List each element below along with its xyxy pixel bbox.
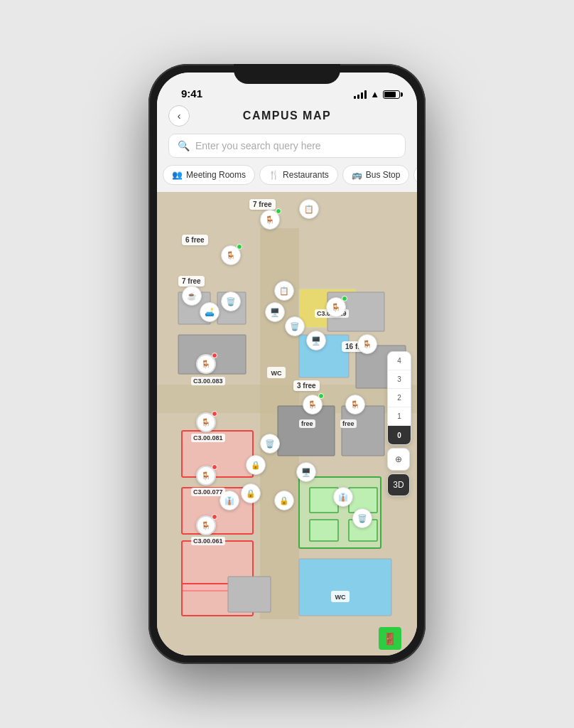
room-label-081: C3.00.081 [191,434,225,442]
page-title: CAMPUS MAP [243,109,331,122]
room-icon-r1[interactable]: 🪑 [357,334,377,354]
room-icon-center4[interactable]: 🖥️ [306,331,326,350]
free-label-area1: free [299,419,315,428]
room-icon-hanger3[interactable]: 👔 [333,487,353,507]
svg-rect-22 [228,577,271,612]
bus-stop-icon: 🚌 [352,170,362,180]
phone-frame: 9:41 ▲ ‹ CAMPUS MAP 🔍 [148,64,426,664]
free-label-area2: free [340,419,357,428]
room-icon-4[interactable]: ☕ [182,286,202,306]
status-icons: ▲ [354,89,400,100]
room-label-061: C3.00.061 [191,537,225,545]
phone-screen: 9:41 ▲ ‹ CAMPUS MAP 🔍 [157,73,417,655]
svg-rect-21 [299,559,391,616]
svg-rect-12 [278,406,335,456]
floor-0-btn[interactable]: 0 [388,426,411,444]
meeting-rooms-label: Meeting Rooms [186,170,246,180]
room-icon-5[interactable]: 🛋️ [200,302,220,322]
dot-green-2 [276,208,281,214]
svg-rect-13 [342,406,384,456]
room-icon-center3[interactable]: 🗑️ [285,316,305,336]
svg-rect-17 [310,520,338,541]
app-header: ‹ CAMPUS MAP [157,104,417,128]
svg-text:WC: WC [335,594,346,601]
bus-stop-label: Bus Stop [366,170,401,180]
floor-2-btn[interactable]: 2 [388,389,411,407]
3d-btn[interactable]: 3D [387,473,410,496]
wifi-icon: ▲ [370,89,379,100]
floor-selector[interactable]: 4 3 2 1 0 [387,351,411,445]
room-icon-b1[interactable]: 🔒 [246,455,266,475]
dot-green-1 [237,244,242,250]
dot-red-061 [212,514,217,520]
exit-icon: 🚪 [379,627,401,650]
tab-restaurants[interactable]: 🍴 Restaurants [259,165,338,185]
meeting-rooms-icon: 👥 [172,170,183,180]
room-icon-center2[interactable]: 🖥️ [265,302,285,322]
tab-meeting-rooms[interactable]: 👥 Meeting Rooms [163,165,255,185]
signal-icon [354,90,367,99]
map-area[interactable]: WC WC 6 free 🪑 7 free 🪑 📋 7 free ☕ [157,192,417,655]
floor-3-btn[interactable]: 3 [388,370,411,389]
free-label-7b: 7 free [178,276,205,287]
dot-red-081 [212,411,217,417]
room-label-083: C3.00.083 [191,377,225,385]
restaurants-icon: 🍴 [269,170,279,180]
dot-red-083 [212,353,217,358]
room-icon-hanger2[interactable]: 🔒 [274,491,294,510]
room-icon-g2[interactable]: 🪑 [345,395,365,414]
room-icon-center1[interactable]: 📋 [274,281,294,301]
restaurants-label: Restaurants [283,170,329,180]
free-label-6: 6 free [182,235,208,245]
tab-more[interactable]: 🚌 [413,165,417,185]
dot-red-077 [212,464,217,470]
room-icon-trash[interactable]: 🗑️ [352,508,372,528]
floor-1-btn[interactable]: 1 [388,407,411,426]
room-icon-b4[interactable]: 🔒 [241,483,261,503]
dot-green-g1 [318,393,324,399]
search-bar: 🔍 Enter you search query here [157,128,417,165]
tab-bus-stop[interactable]: 🚌 Bus Stop [342,165,410,185]
free-label-3: 3 free [293,380,320,391]
dot-green-029 [342,296,347,301]
filter-tabs: 👥 Meeting Rooms 🍴 Restaurants 🚌 Bus Stop… [157,165,417,192]
room-icon-b3[interactable]: 🖥️ [296,462,316,482]
free-label-7a: 7 free [249,199,276,210]
back-button[interactable]: ‹ [168,105,190,127]
battery-icon [383,90,400,99]
floor-4-btn[interactable]: 4 [388,352,411,370]
room-icon-6[interactable]: 🗑️ [221,291,241,311]
room-icon-3[interactable]: 📋 [299,199,319,219]
search-input-container[interactable]: 🔍 Enter you search query here [168,134,406,158]
search-icon: 🔍 [178,140,190,151]
status-time: 9:41 [181,87,202,100]
map-controls: 4 3 2 1 0 ⊕ 3D [387,351,411,496]
search-placeholder: Enter you search query here [195,140,321,151]
location-btn[interactable]: ⊕ [387,448,410,471]
svg-text:WC: WC [271,370,282,377]
room-label-077: C3.00.077 [191,488,225,496]
phone-notch [234,64,340,84]
room-icon-b2[interactable]: 🗑️ [260,434,280,454]
